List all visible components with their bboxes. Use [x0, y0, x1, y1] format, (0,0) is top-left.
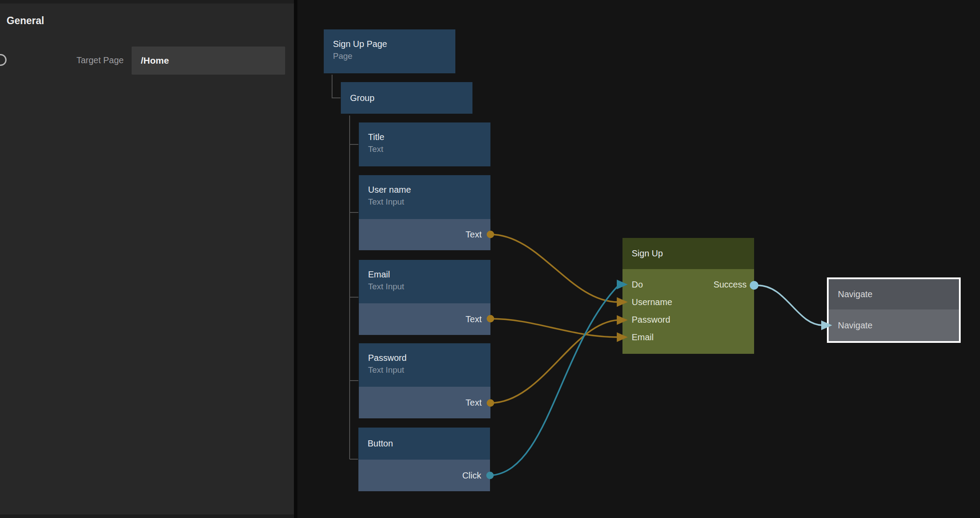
node-subtitle: Text — [368, 143, 481, 155]
node-title: Sign Up Page — [333, 38, 446, 50]
panel-top-edge — [0, 0, 294, 4]
node-username[interactable]: User name Text Input Text — [359, 175, 490, 250]
node-title: User name — [368, 184, 481, 196]
panel-bottom-edge — [0, 514, 294, 518]
node-title: Email — [368, 269, 481, 281]
output-port-button-click[interactable]: Click — [358, 460, 490, 491]
tree-line-page-to-group — [332, 75, 340, 98]
node-title-text[interactable]: Title Text — [359, 122, 490, 166]
section-title: General — [7, 15, 44, 27]
output-port-username-text[interactable]: Text — [359, 219, 490, 250]
connection-username-to-signup[interactable] — [490, 234, 618, 302]
node-title: Button — [368, 438, 393, 450]
node-signup-page[interactable]: Sign Up Page Page — [324, 29, 455, 73]
node-email[interactable]: Email Text Input Text — [359, 260, 490, 335]
node-password[interactable]: Password Text Input Text — [359, 343, 490, 418]
node-button[interactable]: Button Click — [358, 428, 490, 491]
port-label: Text — [465, 314, 482, 324]
output-port-success[interactable]: Success — [713, 276, 747, 293]
app-window: General Target Page /Home Sign Up Page P… — [0, 0, 980, 518]
node-subtitle: Text Input — [368, 364, 481, 376]
output-port-password-text[interactable]: Text — [359, 387, 490, 418]
port-label: Text — [465, 230, 482, 240]
input-port-email[interactable]: Email — [622, 328, 754, 346]
node-title: Title — [368, 131, 481, 143]
port-label: Click — [462, 471, 481, 481]
node-title: Group — [350, 92, 375, 104]
node-group[interactable]: Group — [341, 82, 472, 114]
target-page-label: Target Page — [44, 55, 124, 65]
input-port-username[interactable]: Username — [622, 293, 754, 311]
ring-icon[interactable] — [0, 54, 7, 66]
node-title: Password — [368, 352, 481, 364]
input-port-password[interactable]: Password — [622, 311, 754, 328]
node-subtitle: Text Input — [368, 196, 481, 208]
panel-divider — [294, 0, 297, 518]
connection-email-to-signup[interactable] — [490, 319, 618, 337]
connection-password-to-signup[interactable] — [490, 320, 618, 403]
node-signup-action[interactable]: Sign Up Do Username Password Email Succe… — [622, 238, 754, 354]
properties-panel: General Target Page /Home — [0, 0, 294, 518]
node-navigate[interactable]: Navigate Navigate — [827, 277, 961, 343]
connection-success-to-navigate[interactable] — [758, 285, 823, 325]
output-port-email-text[interactable]: Text — [359, 303, 490, 335]
node-title: Sign Up — [632, 248, 663, 259]
port-label: Text — [465, 398, 482, 408]
connection-click-to-do[interactable] — [490, 285, 619, 475]
node-title: Navigate — [829, 279, 959, 309]
node-subtitle: Page — [333, 50, 446, 62]
node-subtitle: Text Input — [368, 281, 481, 293]
target-page-input[interactable]: /Home — [132, 47, 285, 75]
input-port-navigate[interactable]: Navigate — [829, 309, 959, 341]
